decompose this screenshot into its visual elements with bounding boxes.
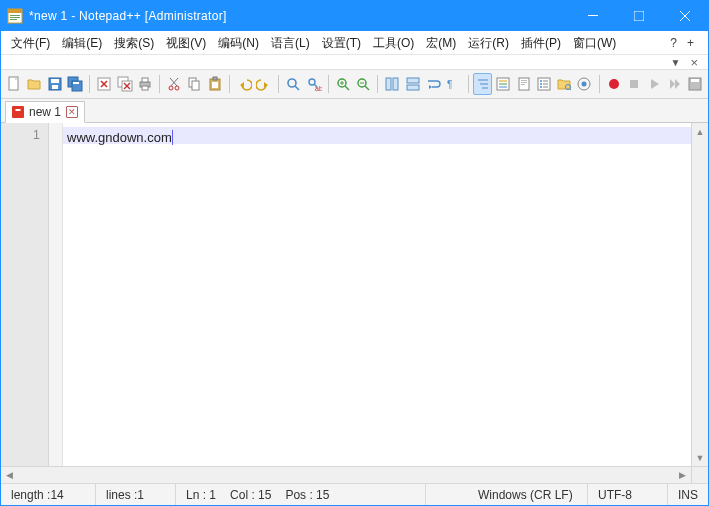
svg-rect-66: [521, 84, 525, 85]
menu-macro[interactable]: 宏(M): [420, 33, 462, 54]
svg-rect-1: [8, 9, 22, 13]
open-file-icon[interactable]: [25, 73, 43, 95]
scroll-right-icon[interactable]: ▶: [674, 467, 691, 483]
menu-file[interactable]: 文件(F): [5, 33, 56, 54]
window-controls: [570, 1, 708, 31]
close-button[interactable]: [662, 1, 708, 31]
save-icon[interactable]: [46, 73, 64, 95]
svg-rect-79: [630, 80, 638, 88]
svg-rect-35: [212, 82, 218, 88]
svg-rect-4: [10, 19, 17, 20]
svg-rect-12: [51, 79, 59, 83]
doc-map-icon[interactable]: [514, 73, 532, 95]
menu-window[interactable]: 窗口(W): [567, 33, 622, 54]
window-title: *new 1 - Notepad++ [Administrator]: [29, 9, 570, 23]
macro-record-icon[interactable]: [604, 73, 622, 95]
macro-stop-icon[interactable]: [625, 73, 643, 95]
svg-point-28: [175, 86, 179, 90]
menu-encoding[interactable]: 编码(N): [212, 33, 265, 54]
fold-margin[interactable]: [49, 123, 63, 466]
editor-line-1: www.gndown.com: [67, 130, 172, 145]
status-insert-mode[interactable]: INS: [668, 484, 708, 505]
tab-bar: new 1 ✕: [1, 99, 708, 123]
status-encoding[interactable]: UTF-8: [588, 484, 668, 505]
editor-area: 1 www.gndown.com ▲ ▼: [1, 123, 708, 466]
horizontal-scrollbar[interactable]: ◀ ▶: [1, 466, 708, 483]
wrap-icon[interactable]: [424, 73, 442, 95]
macro-save-icon[interactable]: [686, 73, 704, 95]
svg-marker-54: [429, 85, 432, 89]
status-lines: lines : 1: [96, 484, 176, 505]
menu-search[interactable]: 搜索(S): [108, 33, 160, 54]
svg-rect-65: [521, 82, 527, 83]
menu-settings[interactable]: 设置(T): [316, 33, 367, 54]
close-file-icon[interactable]: [95, 73, 113, 95]
maximize-button[interactable]: [616, 1, 662, 31]
menu-run[interactable]: 运行(R): [462, 33, 515, 54]
show-all-chars-icon[interactable]: ¶: [444, 73, 462, 95]
menu-plugins[interactable]: 插件(P): [515, 33, 567, 54]
scroll-down-icon[interactable]: ▼: [692, 449, 708, 466]
svg-point-77: [582, 82, 587, 87]
save-all-icon[interactable]: [66, 73, 84, 95]
print-icon[interactable]: [136, 73, 154, 95]
new-file-icon[interactable]: [5, 73, 23, 95]
menu-edit[interactable]: 编辑(E): [56, 33, 108, 54]
paste-icon[interactable]: [206, 73, 224, 95]
status-eol[interactable]: Windows (CR LF): [468, 484, 588, 505]
undo-icon[interactable]: [235, 73, 253, 95]
zoom-in-icon[interactable]: [334, 73, 352, 95]
find-icon[interactable]: [284, 73, 302, 95]
svg-rect-2: [10, 15, 20, 16]
svg-point-27: [169, 86, 173, 90]
svg-text:ab: ab: [315, 85, 322, 92]
svg-line-49: [365, 86, 369, 90]
menu-close-icon[interactable]: ×: [690, 55, 698, 70]
app-icon: [7, 8, 23, 24]
monitoring-icon[interactable]: [575, 73, 593, 95]
menu-overflow-row: ▼ ×: [1, 55, 708, 69]
text-editor[interactable]: www.gndown.com: [63, 123, 708, 466]
status-length: length : 14: [1, 484, 96, 505]
title-bar[interactable]: *new 1 - Notepad++ [Administrator]: [1, 1, 708, 31]
replace-icon[interactable]: ab: [305, 73, 323, 95]
svg-rect-16: [73, 82, 79, 84]
svg-rect-84: [691, 79, 699, 82]
tab-label: new 1: [29, 105, 61, 119]
macro-play-icon[interactable]: [645, 73, 663, 95]
unsaved-indicator-icon: [12, 106, 24, 118]
svg-rect-13: [52, 85, 58, 89]
menu-plus[interactable]: +: [687, 36, 694, 50]
svg-rect-6: [634, 11, 644, 21]
menu-help[interactable]: ?: [670, 36, 677, 50]
svg-line-29: [171, 78, 178, 86]
redo-icon[interactable]: [255, 73, 273, 95]
svg-point-78: [609, 79, 619, 89]
sync-v-icon[interactable]: [383, 73, 401, 95]
tab-new1[interactable]: new 1 ✕: [5, 101, 85, 123]
menu-language[interactable]: 语言(L): [265, 33, 316, 54]
menu-view[interactable]: 视图(V): [160, 33, 212, 54]
text-caret: [172, 130, 173, 145]
tab-close-icon[interactable]: ✕: [66, 106, 78, 118]
line-number-gutter[interactable]: 1: [1, 123, 49, 466]
menu-dropdown-icon[interactable]: ▼: [671, 57, 681, 68]
svg-rect-86: [16, 109, 21, 111]
svg-line-39: [295, 86, 299, 90]
macro-play-multi-icon[interactable]: [665, 73, 683, 95]
sync-h-icon[interactable]: [404, 73, 422, 95]
indent-guide-icon[interactable]: [473, 73, 492, 95]
udl-icon[interactable]: [494, 73, 512, 95]
folder-workspace-icon[interactable]: [555, 73, 573, 95]
line-number: 1: [1, 127, 40, 142]
minimize-button[interactable]: [570, 1, 616, 31]
cut-icon[interactable]: [165, 73, 183, 95]
menu-tools[interactable]: 工具(O): [367, 33, 420, 54]
close-all-icon[interactable]: [115, 73, 133, 95]
zoom-out-icon[interactable]: [354, 73, 372, 95]
func-list-icon[interactable]: [535, 73, 553, 95]
svg-rect-52: [407, 78, 419, 83]
copy-icon[interactable]: [185, 73, 203, 95]
vertical-scrollbar[interactable]: ▲ ▼: [691, 123, 708, 466]
scroll-left-icon[interactable]: ◀: [1, 467, 18, 483]
